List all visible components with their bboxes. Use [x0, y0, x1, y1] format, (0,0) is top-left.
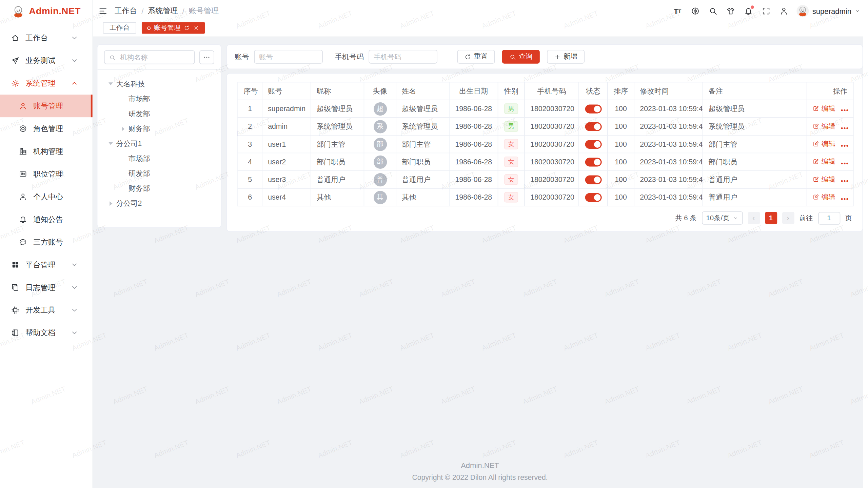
sidebar-item-notice[interactable]: 通知公告 [0, 208, 93, 231]
sidebar-item-system-mgmt[interactable]: 系统管理 [0, 72, 93, 95]
breadcrumb-item[interactable]: 工作台 [115, 6, 137, 16]
reset-button[interactable]: 重置 [457, 50, 495, 64]
edit-button[interactable]: 编辑 [813, 104, 835, 114]
row-more-button[interactable]: ••• [841, 178, 849, 184]
cell-nickname: 超级管理员 [311, 100, 364, 118]
tree-node-市场部[interactable]: 市场部 [102, 91, 216, 106]
tree-caret-icon[interactable] [107, 81, 114, 87]
tab-工作台[interactable]: 工作台 [103, 22, 136, 34]
font-size-icon[interactable]: TT [673, 6, 682, 16]
scrollbar[interactable] [863, 0, 868, 488]
tree-node-label: 市场部 [129, 154, 150, 163]
menu-collapse-icon[interactable] [99, 7, 107, 16]
tree-node-大名科技[interactable]: 大名科技 [102, 76, 216, 91]
gear-icon [11, 79, 19, 87]
user-avatar[interactable] [797, 5, 809, 17]
cell-ops: 编辑••• [807, 188, 853, 206]
edit-icon [813, 158, 820, 165]
sidebar-item-position-mgmt[interactable]: 职位管理 [0, 163, 93, 185]
fullscreen-icon[interactable] [762, 6, 771, 16]
column-header-phone: 手机号码 [525, 82, 579, 100]
row-more-button[interactable]: ••• [841, 160, 849, 167]
tree-caret-icon[interactable] [120, 125, 126, 132]
status-toggle[interactable] [585, 175, 601, 184]
status-toggle[interactable] [585, 140, 601, 149]
row-more-button[interactable]: ••• [841, 107, 849, 114]
tree-node-分公司1[interactable]: 分公司1 [102, 136, 216, 151]
table-row: 2admin系统管理员系系统管理员1986-06-28男180200307201… [238, 118, 853, 135]
search-icon [109, 54, 116, 61]
edit-button[interactable]: 编辑 [813, 175, 835, 184]
sidebar-item-business-test[interactable]: 业务测试 [0, 49, 93, 72]
row-more-button[interactable]: ••• [841, 142, 849, 149]
tree-node-研发部[interactable]: 研发部 [102, 106, 216, 121]
row-more-button[interactable]: ••• [841, 195, 849, 202]
row-more-button[interactable]: ••• [841, 124, 849, 131]
org-search-input[interactable] [119, 53, 190, 62]
cell-remark: 普通用户 [703, 171, 807, 188]
account-filter-input[interactable] [254, 50, 322, 64]
notification-icon[interactable] [744, 6, 753, 16]
sidebar-item-help-docs[interactable]: 帮助文档 [0, 322, 93, 344]
edit-button[interactable]: 编辑 [813, 122, 835, 131]
tree-node-分公司2[interactable]: 分公司2 [102, 196, 216, 211]
org-tree-panel: 大名科技市场部研发部财务部分公司1市场部研发部财务部分公司2 [97, 44, 221, 228]
user-menu[interactable]: superadmin [797, 5, 860, 17]
edit-button[interactable]: 编辑 [813, 139, 835, 149]
tree-caret-icon[interactable] [107, 200, 114, 207]
tree-node-研发部[interactable]: 研发部 [102, 166, 216, 181]
tab-close-icon[interactable] [193, 25, 199, 31]
status-toggle[interactable] [585, 158, 601, 166]
status-toggle[interactable] [585, 122, 601, 131]
cell-modified: 2023-01-03 10:59:44 [634, 135, 703, 153]
row-avatar: 部 [373, 155, 387, 168]
status-toggle[interactable] [585, 104, 601, 113]
tab-账号管理[interactable]: 账号管理 [142, 22, 205, 34]
edit-button[interactable]: 编辑 [813, 192, 835, 202]
tree-node-市场部[interactable]: 市场部 [102, 151, 216, 166]
add-button[interactable]: 新增 [547, 50, 585, 64]
tab-refresh-icon[interactable] [184, 25, 190, 31]
query-button[interactable]: 查询 [502, 50, 540, 64]
phone-filter-input[interactable] [369, 50, 437, 64]
org-tree-more-button[interactable] [199, 50, 214, 64]
cell-birth: 1986-06-28 [449, 188, 498, 206]
edit-button[interactable]: 编辑 [813, 157, 835, 166]
search-icon[interactable] [708, 6, 718, 16]
accounts-table-panel: 序号账号昵称头像姓名出生日期性别手机号码状态排序修改时间备注操作1superad… [226, 73, 863, 232]
sidebar-item-role-mgmt[interactable]: 角色管理 [0, 117, 93, 140]
sidebar-item-log-mgmt[interactable]: 日志管理 [0, 276, 93, 299]
cell-ops: 编辑••• [807, 135, 853, 153]
cell-account: user4 [262, 188, 311, 206]
sidebar-item-org-mgmt[interactable]: 机构管理 [0, 140, 93, 163]
goto-page-input[interactable] [818, 211, 840, 224]
chevron-down-icon [70, 57, 78, 65]
column-header-status: 状态 [579, 82, 608, 100]
row-avatar: 普 [373, 173, 387, 186]
theme-icon[interactable] [726, 6, 735, 16]
current-page-button[interactable]: 1 [765, 212, 777, 224]
breadcrumb-item[interactable]: 系统管理 [148, 6, 178, 16]
book-icon [11, 329, 19, 337]
tree-node-label: 财务部 [129, 124, 150, 134]
cell-nickname: 普通用户 [311, 171, 364, 188]
next-page-button[interactable]: › [782, 212, 794, 224]
tree-caret-icon[interactable] [107, 140, 114, 147]
sidebar-item-platform-mgmt[interactable]: 平台管理 [0, 253, 93, 276]
sidebar-item-label: 平台管理 [25, 260, 55, 270]
sidebar-item-dev-tools[interactable]: 开发工具 [0, 299, 93, 322]
sidebar-item-third-account[interactable]: 三方账号 [0, 231, 93, 253]
page-size-select[interactable]: 10条/页 [702, 211, 743, 225]
tree-node-财务部[interactable]: 财务部 [102, 121, 216, 136]
sidebar-item-workbench[interactable]: 工作台 [0, 26, 93, 49]
profile-icon[interactable] [779, 6, 789, 16]
cell-index: 3 [238, 135, 262, 153]
prev-page-button[interactable]: ‹ [748, 212, 760, 224]
column-header-gender: 性别 [498, 82, 525, 100]
language-icon[interactable] [691, 6, 700, 16]
notification-badge-dot [751, 5, 754, 9]
sidebar-item-profile-center[interactable]: 个人中心 [0, 185, 93, 208]
tree-node-财务部[interactable]: 财务部 [102, 181, 216, 196]
sidebar-item-account-mgmt[interactable]: 账号管理 [0, 95, 93, 117]
status-toggle[interactable] [585, 193, 601, 202]
